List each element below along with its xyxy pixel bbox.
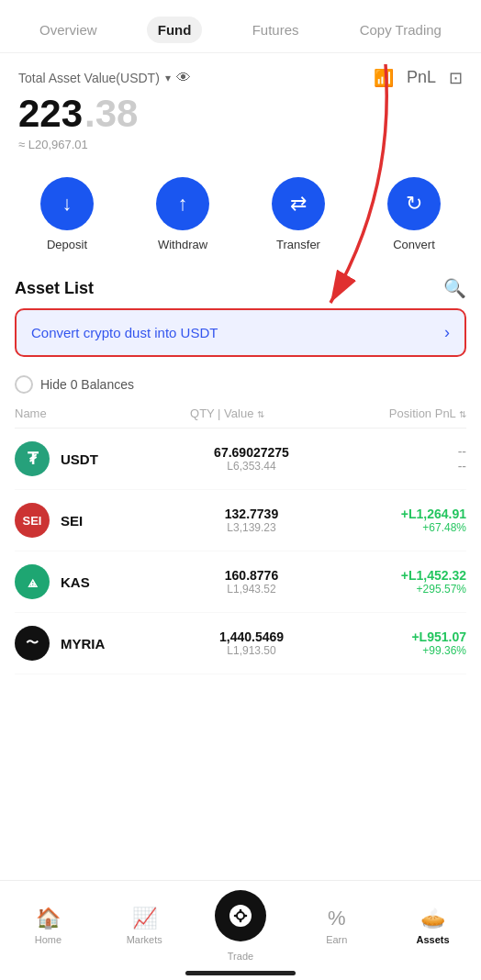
trade-label: Trade — [228, 951, 253, 962]
action-buttons: ↓ Deposit ↑ Withdraw ⇄ Transfer ↻ Conver… — [0, 159, 481, 266]
convert-label: Convert — [393, 238, 435, 251]
top-navigation: Overview Fund Futures Copy Trading — [0, 0, 481, 53]
nav-trade[interactable]: Trade — [213, 890, 268, 962]
qty-block: 160.8776 L1,943.52 — [180, 568, 323, 596]
nav-copy-trading[interactable]: Copy Trading — [349, 17, 453, 43]
assets-label: Assets — [417, 934, 450, 945]
sei-icon: SEI — [15, 503, 50, 538]
markets-label: Markets — [127, 934, 162, 945]
home-icon: 🏠 — [36, 907, 61, 930]
transfer-action[interactable]: ⇄ Transfer — [272, 177, 325, 251]
convert-dust-text: Convert crypto dust into USDT — [31, 325, 218, 340]
pnl-button[interactable]: PnL — [407, 68, 436, 88]
table-row[interactable]: ₮ USDT 67.69027275 L6,353.44 -- -- — [15, 429, 466, 490]
assets-icon: 🥧 — [420, 907, 445, 930]
nav-markets[interactable]: 📈 Markets — [117, 907, 172, 945]
withdraw-action[interactable]: ↑ Withdraw — [156, 177, 209, 251]
nav-overview[interactable]: Overview — [28, 17, 108, 43]
home-label: Home — [35, 934, 62, 945]
camera-icon[interactable]: ⊡ — [449, 68, 463, 88]
col-qty[interactable]: QTY | Value ⇅ — [148, 406, 308, 420]
pnl-block: +L1,264.91 +67.48% — [323, 507, 466, 534]
earn-label: Earn — [326, 934, 347, 945]
banner-chevron-right-icon: › — [444, 323, 450, 342]
svg-point-4 — [237, 912, 244, 919]
nav-assets[interactable]: 🥧 Assets — [406, 907, 461, 945]
usdt-icon: ₮ — [15, 441, 50, 476]
kas-icon: ⟁ — [15, 564, 50, 599]
asset-label: Total Asset Value(USDT) — [18, 71, 160, 85]
col-name: Name — [15, 406, 148, 420]
deposit-icon: ↓ — [40, 177, 94, 230]
bottom-navigation: 🏠 Home 📈 Markets Trade % Earn 🥧 Assets — [0, 880, 481, 980]
withdraw-icon: ↑ — [156, 177, 209, 230]
convert-dust-banner[interactable]: Convert crypto dust into USDT › — [15, 308, 466, 357]
coin-symbol: USDT — [61, 451, 180, 467]
pnl-block: -- -- — [323, 444, 466, 473]
pnl-block: +L951.07 +99.36% — [323, 629, 466, 657]
nav-home[interactable]: 🏠 Home — [20, 907, 75, 945]
deposit-action[interactable]: ↓ Deposit — [40, 177, 94, 251]
nav-futures[interactable]: Futures — [241, 17, 310, 43]
hide-balances-row: Hide 0 Balances — [15, 370, 466, 403]
col-pnl[interactable]: Position PnL ⇅ — [307, 406, 466, 420]
search-icon[interactable]: 🔍 — [443, 277, 466, 299]
nav-earn[interactable]: % Earn — [309, 907, 364, 945]
coin-symbol: SEI — [61, 513, 180, 529]
deposit-label: Deposit — [47, 238, 87, 251]
trade-center-button[interactable] — [215, 890, 266, 941]
table-row[interactable]: 〜 MYRIA 1,440.5469 L1,913.50 +L951.07 +9… — [15, 613, 466, 674]
table-header: Name QTY | Value ⇅ Position PnL ⇅ — [15, 403, 466, 429]
signal-icon[interactable]: 📶 — [374, 68, 394, 88]
table-row[interactable]: ⟁ KAS 160.8776 L1,943.52 +L1,452.32 +295… — [15, 551, 466, 613]
qty-block: 1,440.5469 L1,913.50 — [180, 629, 323, 657]
hide-balances-toggle[interactable] — [15, 375, 33, 394]
hide-balances-label: Hide 0 Balances — [40, 377, 134, 392]
convert-action[interactable]: ↻ Convert — [387, 177, 441, 251]
asset-list-title: Asset List — [15, 279, 94, 298]
qty-block: 67.69027275 L6,353.44 — [180, 445, 323, 473]
withdraw-label: Withdraw — [158, 238, 207, 251]
nav-fund[interactable]: Fund — [147, 17, 203, 43]
chevron-down-icon[interactable]: ▾ — [165, 72, 171, 84]
asset-fiat-value: ≈ L20,967.01 — [18, 138, 463, 151]
eye-icon[interactable]: 👁 — [176, 70, 191, 86]
pnl-block: +L1,452.32 +295.57% — [323, 568, 466, 596]
home-indicator — [185, 971, 296, 975]
table-row[interactable]: SEI SEI 132.7739 L3,139.23 +L1,264.91 +6… — [15, 490, 466, 551]
asset-header: Total Asset Value(USDT) ▾ 👁 📶 PnL ⊡ 223 … — [0, 53, 481, 159]
transfer-label: Transfer — [276, 238, 320, 251]
qty-block: 132.7739 L3,139.23 — [180, 507, 323, 534]
earn-icon: % — [328, 907, 346, 930]
convert-icon: ↻ — [387, 177, 441, 230]
asset-list-section: Asset List 🔍 Convert crypto dust into US… — [0, 266, 481, 674]
myria-icon: 〜 — [15, 626, 50, 661]
coin-symbol: KAS — [61, 574, 180, 590]
asset-value-decimal: .38 — [84, 92, 138, 136]
coin-symbol: MYRIA — [61, 636, 180, 651]
markets-icon: 📈 — [132, 907, 157, 930]
asset-value-integer: 223 — [18, 92, 83, 136]
transfer-icon: ⇄ — [272, 177, 325, 230]
